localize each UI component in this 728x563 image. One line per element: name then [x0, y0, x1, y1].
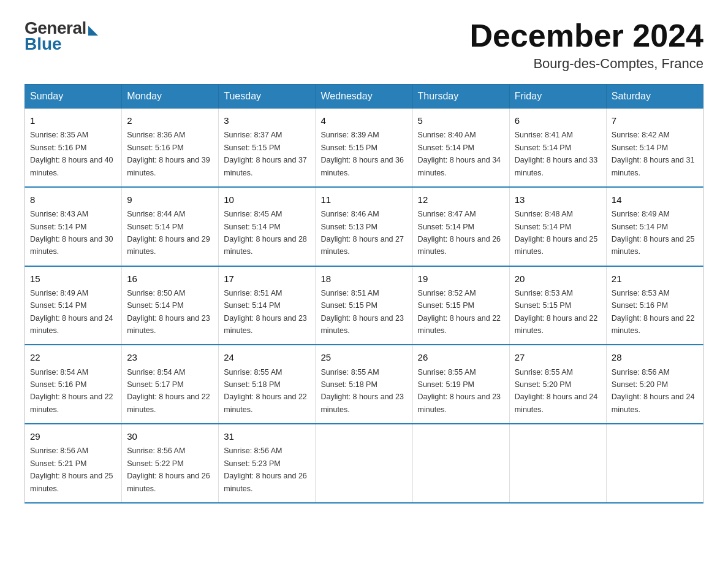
calendar-day-cell: 30 Sunrise: 8:56 AMSunset: 5:22 PMDaylig… — [122, 424, 219, 503]
day-of-week-header: Saturday — [606, 85, 703, 109]
day-number: 2 — [127, 113, 213, 128]
day-info: Sunrise: 8:53 AMSunset: 5:15 PMDaylight:… — [515, 289, 598, 335]
day-number: 24 — [224, 350, 310, 364]
day-info: Sunrise: 8:40 AMSunset: 5:14 PMDaylight:… — [418, 131, 501, 177]
calendar-day-cell: 7 Sunrise: 8:42 AMSunset: 5:14 PMDayligh… — [606, 109, 703, 187]
calendar-header-row: SundayMondayTuesdayWednesdayThursdayFrid… — [25, 85, 703, 109]
calendar-day-cell: 10 Sunrise: 8:45 AMSunset: 5:14 PMDaylig… — [219, 187, 316, 266]
day-number: 16 — [127, 272, 213, 286]
day-number: 12 — [418, 193, 504, 207]
day-number: 23 — [127, 350, 213, 364]
day-info: Sunrise: 8:36 AMSunset: 5:16 PMDaylight:… — [127, 131, 210, 177]
day-number: 17 — [224, 272, 310, 286]
day-of-week-header: Friday — [509, 85, 606, 109]
day-info: Sunrise: 8:48 AMSunset: 5:14 PMDaylight:… — [515, 210, 598, 256]
day-info: Sunrise: 8:51 AMSunset: 5:14 PMDaylight:… — [224, 289, 307, 335]
day-number: 20 — [515, 272, 601, 286]
day-number: 13 — [515, 193, 601, 207]
logo-blue-text: Blue — [25, 34, 62, 54]
calendar-day-cell: 22 Sunrise: 8:54 AMSunset: 5:16 PMDaylig… — [25, 345, 122, 424]
day-of-week-header: Sunday — [25, 85, 122, 109]
day-info: Sunrise: 8:56 AMSunset: 5:23 PMDaylight:… — [224, 446, 307, 492]
day-of-week-header: Thursday — [412, 85, 509, 109]
day-info: Sunrise: 8:52 AMSunset: 5:15 PMDaylight:… — [418, 289, 501, 335]
calendar-day-cell — [316, 424, 412, 503]
day-number: 27 — [515, 350, 601, 364]
title-block: December 2024 Bourg-des-Comptes, France — [469, 18, 703, 72]
day-info: Sunrise: 8:55 AMSunset: 5:19 PMDaylight:… — [418, 368, 501, 414]
calendar-day-cell: 31 Sunrise: 8:56 AMSunset: 5:23 PMDaylig… — [219, 424, 316, 503]
logo-arrow-icon — [88, 26, 98, 36]
day-info: Sunrise: 8:55 AMSunset: 5:18 PMDaylight:… — [320, 368, 404, 414]
calendar-day-cell: 15 Sunrise: 8:49 AMSunset: 5:14 PMDaylig… — [25, 266, 122, 345]
calendar-day-cell: 29 Sunrise: 8:56 AMSunset: 5:21 PMDaylig… — [25, 424, 122, 503]
day-info: Sunrise: 8:49 AMSunset: 5:14 PMDaylight:… — [30, 289, 113, 335]
day-of-week-header: Tuesday — [219, 85, 316, 109]
day-number: 1 — [30, 113, 116, 128]
calendar-day-cell: 3 Sunrise: 8:37 AMSunset: 5:15 PMDayligh… — [219, 109, 316, 187]
day-number: 7 — [612, 113, 698, 128]
day-number: 6 — [515, 113, 601, 128]
day-number: 8 — [30, 193, 116, 207]
day-number: 4 — [320, 113, 407, 128]
day-info: Sunrise: 8:41 AMSunset: 5:14 PMDaylight:… — [515, 131, 598, 177]
day-number: 30 — [127, 429, 213, 443]
day-of-week-header: Wednesday — [316, 85, 412, 109]
calendar-table: SundayMondayTuesdayWednesdayThursdayFrid… — [25, 84, 703, 504]
calendar-day-cell: 9 Sunrise: 8:44 AMSunset: 5:14 PMDayligh… — [122, 187, 219, 266]
calendar-day-cell — [606, 424, 703, 503]
day-info: Sunrise: 8:44 AMSunset: 5:14 PMDaylight:… — [127, 210, 210, 256]
day-info: Sunrise: 8:49 AMSunset: 5:14 PMDaylight:… — [612, 210, 695, 256]
day-info: Sunrise: 8:54 AMSunset: 5:17 PMDaylight:… — [127, 368, 210, 414]
day-info: Sunrise: 8:56 AMSunset: 5:21 PMDaylight:… — [30, 446, 113, 492]
calendar-day-cell: 16 Sunrise: 8:50 AMSunset: 5:14 PMDaylig… — [122, 266, 219, 345]
calendar-week-row: 8 Sunrise: 8:43 AMSunset: 5:14 PMDayligh… — [25, 187, 703, 266]
calendar-day-cell: 23 Sunrise: 8:54 AMSunset: 5:17 PMDaylig… — [122, 345, 219, 424]
calendar-day-cell — [412, 424, 509, 503]
day-info: Sunrise: 8:42 AMSunset: 5:14 PMDaylight:… — [612, 131, 695, 177]
calendar-day-cell: 2 Sunrise: 8:36 AMSunset: 5:16 PMDayligh… — [122, 109, 219, 187]
day-info: Sunrise: 8:51 AMSunset: 5:15 PMDaylight:… — [320, 289, 404, 335]
day-info: Sunrise: 8:53 AMSunset: 5:16 PMDaylight:… — [612, 289, 695, 335]
month-title: December 2024 — [469, 18, 703, 53]
day-number: 19 — [418, 272, 504, 286]
calendar-day-cell: 13 Sunrise: 8:48 AMSunset: 5:14 PMDaylig… — [509, 187, 606, 266]
calendar-day-cell: 25 Sunrise: 8:55 AMSunset: 5:18 PMDaylig… — [316, 345, 412, 424]
day-info: Sunrise: 8:46 AMSunset: 5:13 PMDaylight:… — [320, 210, 404, 256]
calendar-day-cell — [509, 424, 606, 503]
location-text: Bourg-des-Comptes, France — [469, 56, 703, 72]
calendar-day-cell: 8 Sunrise: 8:43 AMSunset: 5:14 PMDayligh… — [25, 187, 122, 266]
calendar-day-cell: 24 Sunrise: 8:55 AMSunset: 5:18 PMDaylig… — [219, 345, 316, 424]
day-number: 9 — [127, 193, 213, 207]
day-info: Sunrise: 8:43 AMSunset: 5:14 PMDaylight:… — [30, 210, 113, 256]
day-info: Sunrise: 8:47 AMSunset: 5:14 PMDaylight:… — [418, 210, 501, 256]
calendar-day-cell: 5 Sunrise: 8:40 AMSunset: 5:14 PMDayligh… — [412, 109, 509, 187]
day-number: 29 — [30, 429, 116, 443]
day-number: 22 — [30, 350, 116, 364]
day-info: Sunrise: 8:56 AMSunset: 5:20 PMDaylight:… — [612, 368, 695, 414]
calendar-day-cell: 20 Sunrise: 8:53 AMSunset: 5:15 PMDaylig… — [509, 266, 606, 345]
day-number: 25 — [320, 350, 407, 364]
day-info: Sunrise: 8:55 AMSunset: 5:18 PMDaylight:… — [224, 368, 307, 414]
calendar-day-cell: 4 Sunrise: 8:39 AMSunset: 5:15 PMDayligh… — [316, 109, 412, 187]
day-number: 3 — [224, 113, 310, 128]
calendar-week-row: 1 Sunrise: 8:35 AMSunset: 5:16 PMDayligh… — [25, 109, 703, 187]
day-number: 31 — [224, 429, 310, 443]
day-info: Sunrise: 8:35 AMSunset: 5:16 PMDaylight:… — [30, 131, 113, 177]
day-number: 14 — [612, 193, 698, 207]
day-info: Sunrise: 8:54 AMSunset: 5:16 PMDaylight:… — [30, 368, 113, 414]
calendar-day-cell: 19 Sunrise: 8:52 AMSunset: 5:15 PMDaylig… — [412, 266, 509, 345]
calendar-day-cell: 1 Sunrise: 8:35 AMSunset: 5:16 PMDayligh… — [25, 109, 122, 187]
calendar-week-row: 29 Sunrise: 8:56 AMSunset: 5:21 PMDaylig… — [25, 424, 703, 503]
page-header: General Blue December 2024 Bourg-des-Com… — [25, 18, 703, 72]
day-number: 5 — [418, 113, 504, 128]
day-info: Sunrise: 8:37 AMSunset: 5:15 PMDaylight:… — [224, 131, 307, 177]
day-number: 21 — [612, 272, 698, 286]
calendar-week-row: 22 Sunrise: 8:54 AMSunset: 5:16 PMDaylig… — [25, 345, 703, 424]
day-info: Sunrise: 8:39 AMSunset: 5:15 PMDaylight:… — [320, 131, 404, 177]
calendar-day-cell: 18 Sunrise: 8:51 AMSunset: 5:15 PMDaylig… — [316, 266, 412, 345]
day-number: 26 — [418, 350, 504, 364]
calendar-day-cell: 14 Sunrise: 8:49 AMSunset: 5:14 PMDaylig… — [606, 187, 703, 266]
calendar-day-cell: 17 Sunrise: 8:51 AMSunset: 5:14 PMDaylig… — [219, 266, 316, 345]
day-number: 18 — [320, 272, 407, 286]
